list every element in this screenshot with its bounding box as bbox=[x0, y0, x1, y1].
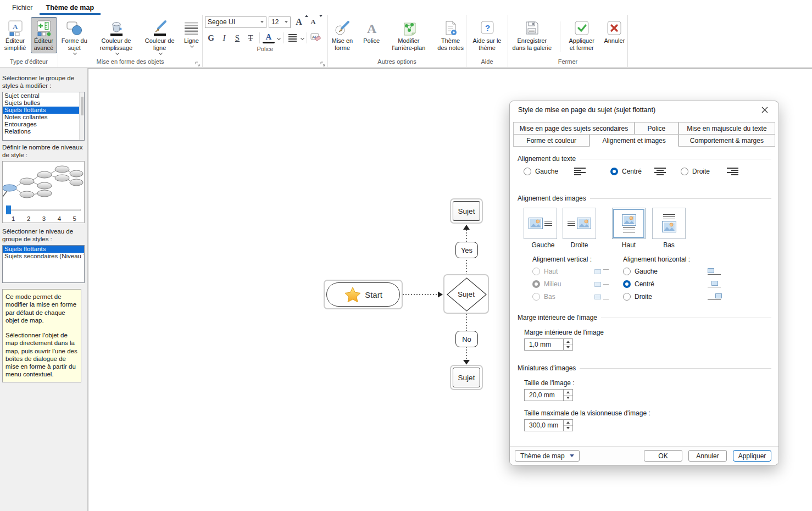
spin-up-icon[interactable] bbox=[566, 391, 570, 393]
scrollbar[interactable] bbox=[79, 92, 84, 140]
editeur-simplifie-button[interactable]: A Éditeur simplifié bbox=[1, 17, 30, 53]
radio-vertical-milieu[interactable] bbox=[532, 280, 540, 288]
decision-node[interactable]: Sujet bbox=[443, 274, 489, 314]
radio-label-centre[interactable]: Centré bbox=[622, 168, 642, 175]
cancel-button[interactable]: Annuler bbox=[688, 450, 727, 462]
tab-mise-en-majuscule[interactable]: Mise en majuscule du texte bbox=[678, 122, 775, 135]
theme-des-notes-button[interactable]: Thème des notes bbox=[435, 17, 466, 53]
underline-button[interactable]: S bbox=[231, 32, 243, 44]
radio-label-horizontal-gauche[interactable]: Gauche bbox=[635, 268, 658, 275]
spin-up-icon[interactable] bbox=[566, 341, 570, 343]
spin-up-icon[interactable] bbox=[566, 421, 570, 424]
tab-mise-en-page-sujets-secondaires[interactable]: Mise en page des sujets secondaires bbox=[513, 122, 635, 135]
spin-down-icon[interactable] bbox=[566, 427, 570, 429]
couleur-remplissage-button[interactable]: Couleur de remplissage bbox=[94, 17, 139, 56]
radio-horizontal-centre[interactable] bbox=[623, 280, 631, 288]
radio-label-horizontal-centre[interactable]: Centré bbox=[635, 280, 654, 288]
tab-alignement-et-images[interactable]: Alignement et images bbox=[589, 134, 678, 147]
yes-branch-label[interactable]: Yes bbox=[455, 242, 478, 258]
theme-de-map-dropdown-button[interactable]: Thème de map bbox=[515, 450, 580, 462]
radio-text-droite[interactable] bbox=[681, 168, 688, 175]
list-item[interactable]: Entourages bbox=[3, 121, 84, 128]
aide-sur-le-theme-button[interactable]: ? Aide sur le thème bbox=[470, 17, 505, 53]
ligne-button[interactable]: Ligne bbox=[181, 17, 202, 49]
modifier-arriere-plan-button[interactable]: Modifier l'arrière-plan bbox=[387, 17, 431, 53]
radio-vertical-bas[interactable] bbox=[532, 293, 540, 301]
image-align-haut-button[interactable] bbox=[612, 208, 646, 239]
radio-vertical-haut[interactable] bbox=[532, 268, 540, 275]
style-group-listbox[interactable]: Sujet central Sujets bulles Sujets flott… bbox=[2, 92, 85, 141]
topic-node-bottom[interactable]: Sujet bbox=[450, 365, 483, 390]
forme-du-sujet-button[interactable]: Forme du sujet bbox=[58, 17, 91, 56]
spin-down-icon[interactable] bbox=[566, 346, 570, 348]
ok-button[interactable]: OK bbox=[644, 450, 682, 462]
dialog-launcher-icon[interactable] bbox=[320, 59, 326, 65]
dialog-title-bar[interactable]: Style de mise en page du sujet (sujet fl… bbox=[510, 101, 778, 119]
topic-node-top[interactable]: Sujet bbox=[450, 198, 483, 224]
margin-value[interactable]: 1,0 mm bbox=[524, 338, 564, 351]
italic-button[interactable]: I bbox=[218, 32, 230, 44]
close-icon[interactable] bbox=[757, 103, 773, 116]
list-item[interactable]: Sujets secondaires (Niveau 1 + bbox=[3, 253, 84, 260]
annuler-button[interactable]: Annuler bbox=[602, 17, 627, 46]
grow-font-button[interactable]: A bbox=[293, 16, 305, 28]
margin-spin-field[interactable]: 1,0 mm bbox=[524, 338, 771, 351]
enregistrer-galerie-button[interactable]: Enregistrer dans la galerie bbox=[508, 17, 556, 53]
image-align-gauche-button[interactable] bbox=[524, 208, 557, 239]
list-item-selected[interactable]: Sujets flottants bbox=[3, 246, 84, 253]
spinner-buttons[interactable] bbox=[564, 419, 573, 431]
dialog-launcher-icon[interactable] bbox=[194, 59, 201, 65]
appliquer-et-fermer-button[interactable]: Appliquer et fermer bbox=[564, 17, 599, 53]
image-size-value[interactable]: 20,0 mm bbox=[524, 389, 564, 401]
clear-formatting-button[interactable]: AB bbox=[310, 32, 322, 44]
radio-text-centre[interactable] bbox=[610, 168, 618, 175]
apply-button[interactable]: Appliquer bbox=[733, 450, 771, 462]
font-size-combobox[interactable]: 12 bbox=[269, 16, 291, 28]
list-item[interactable]: Sujet central bbox=[3, 92, 84, 99]
list-item[interactable]: Relations bbox=[3, 128, 84, 135]
slider-handle[interactable] bbox=[6, 205, 11, 214]
spin-down-icon[interactable] bbox=[566, 397, 570, 399]
dropdown-chevron-icon[interactable] bbox=[277, 36, 281, 40]
radio-label-vertical-milieu[interactable]: Milieu bbox=[544, 280, 561, 288]
list-item-selected[interactable]: Sujets flottants bbox=[3, 107, 84, 114]
image-align-bas-button[interactable] bbox=[652, 208, 686, 239]
no-branch-label[interactable]: No bbox=[455, 331, 478, 347]
radio-horizontal-droite[interactable] bbox=[623, 293, 631, 301]
strikethrough-button[interactable]: T bbox=[244, 32, 257, 44]
viewer-max-spin-field[interactable]: 300,0 mm bbox=[524, 419, 771, 431]
spinner-buttons[interactable] bbox=[564, 338, 573, 351]
tab-fichier[interactable]: Fichier bbox=[5, 2, 40, 15]
start-node[interactable]: Start bbox=[324, 280, 403, 309]
tab-police[interactable]: Police bbox=[635, 122, 678, 135]
police-button[interactable]: A Police bbox=[361, 17, 382, 46]
list-item[interactable]: Notes collantes bbox=[3, 114, 84, 121]
bold-button[interactable]: G bbox=[205, 32, 217, 44]
font-color-button[interactable]: A bbox=[263, 33, 275, 43]
couleur-ligne-button[interactable]: Couleur de ligne bbox=[142, 17, 177, 56]
editeur-avance-button[interactable]: Éditeur avancé bbox=[31, 17, 57, 53]
tab-comportement-marges[interactable]: Comportement & marges bbox=[678, 134, 775, 147]
tab-theme-de-map[interactable]: Thème de map bbox=[40, 2, 101, 15]
radio-label-vertical-bas[interactable]: Bas bbox=[544, 293, 555, 301]
level-count-slider[interactable] bbox=[6, 205, 81, 214]
mise-en-forme-button[interactable]: Mise en forme bbox=[328, 17, 357, 53]
list-item[interactable]: Sujets bulles bbox=[3, 99, 84, 107]
text-align-button[interactable] bbox=[286, 32, 298, 44]
dropdown-chevron-icon[interactable] bbox=[301, 36, 304, 40]
shrink-font-button[interactable]: A bbox=[307, 16, 319, 28]
image-align-droite-button[interactable] bbox=[563, 208, 596, 239]
font-name-combobox[interactable]: Segoe UI bbox=[205, 16, 266, 28]
radio-label-vertical-haut[interactable]: Haut bbox=[544, 268, 558, 275]
radio-label-droite[interactable]: Droite bbox=[692, 168, 710, 175]
radio-label-gauche[interactable]: Gauche bbox=[535, 168, 558, 175]
spinner-buttons[interactable] bbox=[564, 389, 573, 401]
slider-track[interactable] bbox=[6, 209, 81, 211]
radio-text-gauche[interactable] bbox=[524, 168, 531, 175]
viewer-max-value[interactable]: 300,0 mm bbox=[524, 419, 564, 431]
style-level-listbox[interactable]: Sujets flottants Sujets secondaires (Niv… bbox=[2, 245, 85, 283]
tab-forme-et-couleur[interactable]: Forme et couleur bbox=[513, 134, 589, 147]
image-size-spin-field[interactable]: 20,0 mm bbox=[524, 389, 771, 401]
scrollbar-thumb[interactable] bbox=[81, 97, 84, 115]
radio-horizontal-gauche[interactable] bbox=[623, 268, 631, 275]
